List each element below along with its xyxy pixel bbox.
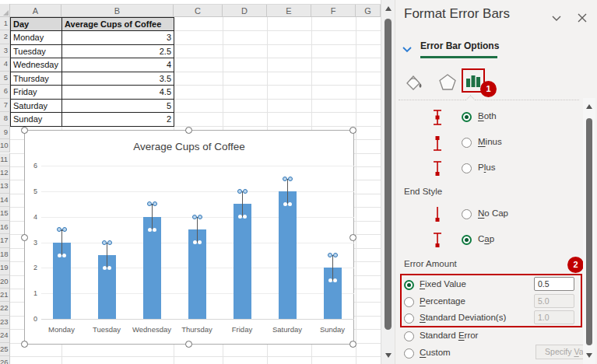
column-header-D[interactable]: D <box>223 5 267 17</box>
chart-bar-wednesday[interactable] <box>143 217 161 319</box>
column-header-E[interactable]: E <box>267 5 311 17</box>
worksheet[interactable]: ABCDEFG 12345678910111213141516171819202… <box>0 0 381 364</box>
table-cell[interactable]: 3.5 <box>62 72 174 86</box>
row-header-8[interactable]: 8 <box>0 112 10 125</box>
table-header-cell[interactable]: Day <box>11 18 62 31</box>
table-cell[interactable]: Wednesday <box>11 58 62 72</box>
row-header-12[interactable]: 12 <box>0 166 10 180</box>
scroll-up-icon[interactable] <box>385 6 392 11</box>
radio-standard-deviation[interactable] <box>404 313 414 324</box>
panel-scrollbar[interactable] <box>583 98 595 364</box>
panel-scroll-thumb[interactable] <box>586 118 592 345</box>
row-header-11[interactable]: 11 <box>0 153 10 166</box>
row-header-23[interactable]: 23 <box>0 316 10 329</box>
table-cell[interactable]: Tuesday <box>11 45 62 58</box>
chart-handle-top-right[interactable] <box>349 127 356 134</box>
chart-handle-mid-right[interactable] <box>349 234 356 241</box>
pentagon-effects-icon[interactable] <box>437 72 458 96</box>
table-cell[interactable]: 3 <box>62 31 174 44</box>
row-header-5[interactable]: 5 <box>0 72 10 85</box>
table-row: Wednesday4 <box>11 58 174 72</box>
radio-standard-error[interactable] <box>404 331 414 341</box>
row-header-19[interactable]: 19 <box>0 261 10 275</box>
table-cell[interactable]: Monday <box>11 31 62 44</box>
radio-fixed-value[interactable] <box>404 280 414 290</box>
row-header-24[interactable]: 24 <box>0 329 10 342</box>
table-cell[interactable]: Thursday <box>11 72 62 86</box>
table-cell[interactable]: 2.5 <box>62 45 174 58</box>
error-bar[interactable] <box>242 191 243 217</box>
radio-minus[interactable] <box>462 138 472 148</box>
row-header-1[interactable]: 1 <box>0 17 10 30</box>
error-bar[interactable] <box>332 255 333 281</box>
chart-handle-top-mid[interactable] <box>185 127 192 134</box>
section-chevron-down-icon[interactable] <box>402 43 413 57</box>
row-header-16[interactable]: 16 <box>0 221 10 234</box>
chart-handle-bottom-left[interactable] <box>21 341 28 348</box>
radio-cap[interactable] <box>462 235 472 245</box>
row-header-2[interactable]: 2 <box>0 30 10 44</box>
row-header-21[interactable]: 21 <box>0 289 10 302</box>
error-bar[interactable] <box>61 229 62 255</box>
error-bar[interactable] <box>287 179 288 205</box>
chart-handle-top-left[interactable] <box>21 127 28 134</box>
table-cell[interactable]: Saturday <box>11 100 62 113</box>
row-header-17[interactable]: 17 <box>0 234 10 247</box>
chart-title[interactable]: Average Cups of Coffee <box>25 141 353 152</box>
radio-plus[interactable] <box>462 163 472 173</box>
section-header[interactable]: Error Bar Options <box>420 40 499 51</box>
row-header-10[interactable]: 10 <box>0 139 10 152</box>
close-icon[interactable] <box>577 11 591 25</box>
table-cell[interactable]: 5 <box>62 100 174 113</box>
column-header-F[interactable]: F <box>311 5 356 17</box>
chart-handle-bottom-right[interactable] <box>349 341 356 348</box>
row-header-22[interactable]: 22 <box>0 302 10 315</box>
column-header-B[interactable]: B <box>61 5 174 17</box>
radio-percentage[interactable] <box>404 297 414 307</box>
chart-handle-mid-left[interactable] <box>21 234 28 241</box>
chart-area[interactable]: Average Cups of Coffee 0123456MondayTues… <box>24 130 354 345</box>
row-header-15[interactable]: 15 <box>0 207 10 220</box>
chart-bar-saturday[interactable] <box>279 191 297 319</box>
row-header-9[interactable]: 9 <box>0 126 10 139</box>
row-header-13[interactable]: 13 <box>0 180 10 193</box>
chart-handle-bottom-mid[interactable] <box>185 341 192 348</box>
fixed-value-input[interactable] <box>534 277 574 291</box>
row-header-25[interactable]: 25 <box>0 343 10 356</box>
table-cell[interactable]: Sunday <box>11 113 62 126</box>
table-header-cell[interactable]: Average Cups of Coffee <box>62 18 174 31</box>
table-cell[interactable]: 4 <box>62 58 174 72</box>
sheet-vertical-scrollbar[interactable] <box>381 0 395 364</box>
radio-both[interactable] <box>462 112 472 122</box>
table-cell[interactable]: 2 <box>62 113 174 126</box>
fill-bucket-icon[interactable] <box>402 71 424 96</box>
row-header-7[interactable]: 7 <box>0 99 10 112</box>
chevron-down-icon[interactable] <box>551 11 565 25</box>
sheet-scroll-thumb[interactable] <box>385 19 392 330</box>
error-bar[interactable] <box>107 243 107 268</box>
radio-no-cap[interactable] <box>462 209 472 219</box>
chart-bar-thursday[interactable] <box>188 229 206 319</box>
data-table[interactable]: DayAverage Cups of CoffeeMonday3Tuesday2… <box>10 17 174 127</box>
row-header-14[interactable]: 14 <box>0 194 10 207</box>
row-header-4[interactable]: 4 <box>0 58 10 71</box>
row-header-3[interactable]: 3 <box>0 44 10 58</box>
panel-scroll-up-icon[interactable] <box>586 104 592 109</box>
column-header-A[interactable]: A <box>10 5 61 17</box>
table-cell[interactable]: 4.5 <box>62 86 174 99</box>
row-header-18[interactable]: 18 <box>0 248 10 261</box>
table-cell[interactable]: Friday <box>11 86 62 99</box>
error-bar-plus-icon <box>431 159 444 181</box>
scroll-down-icon[interactable] <box>385 353 392 358</box>
row-header-20[interactable]: 20 <box>0 275 10 289</box>
column-header-C[interactable]: C <box>174 5 223 17</box>
column-header-G[interactable]: G <box>356 5 381 17</box>
chart-bar-friday[interactable] <box>234 204 251 319</box>
panel-scroll-down-icon[interactable] <box>586 353 592 358</box>
select-all-corner[interactable] <box>0 4 10 16</box>
row-header-26[interactable]: 26 <box>0 356 10 364</box>
row-header-6[interactable]: 6 <box>0 85 10 98</box>
error-bar[interactable] <box>197 217 198 243</box>
radio-custom[interactable] <box>404 348 414 359</box>
error-bar[interactable] <box>152 204 153 229</box>
